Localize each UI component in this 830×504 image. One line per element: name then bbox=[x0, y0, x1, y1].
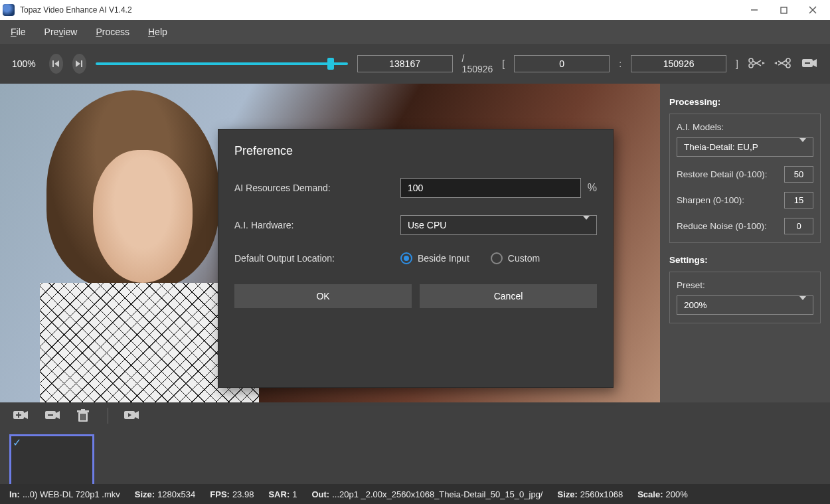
radio-custom-text: Custom bbox=[508, 253, 540, 264]
model-selected-text: Theia-Detail: EU,P bbox=[684, 142, 758, 152]
status-size1-value: 1280x534 bbox=[157, 489, 195, 499]
menu-help[interactable]: Help bbox=[148, 27, 167, 37]
right-panel: Processing: A.I. Models: Theia-Detail: E… bbox=[660, 84, 830, 402]
svg-line-16 bbox=[778, 60, 786, 65]
status-in-label: In: bbox=[9, 489, 20, 499]
svg-marker-5 bbox=[54, 60, 59, 67]
restore-detail-input[interactable] bbox=[784, 166, 813, 183]
status-size2-label: Size: bbox=[558, 489, 578, 499]
maximize-button[interactable] bbox=[769, 0, 798, 20]
radio-custom[interactable]: Custom bbox=[491, 252, 540, 264]
camera-remove-icon[interactable] bbox=[44, 408, 61, 423]
chevron-down-icon bbox=[799, 300, 806, 310]
camera-add-icon[interactable] bbox=[12, 408, 29, 423]
ai-resources-label: AI Resources Demand: bbox=[234, 183, 400, 193]
radio-beside-input[interactable]: Beside Input bbox=[400, 252, 469, 264]
svg-marker-19 bbox=[813, 59, 817, 67]
total-frames-label: / 150926 bbox=[462, 53, 493, 74]
settings-title: Settings: bbox=[669, 255, 821, 265]
status-fps-value: 23.98 bbox=[232, 489, 254, 499]
preset-select[interactable]: 200% bbox=[677, 295, 813, 315]
menu-preview[interactable]: Preview bbox=[44, 27, 78, 37]
status-sar-label: SAR: bbox=[268, 489, 290, 499]
timeline-slider[interactable] bbox=[96, 62, 348, 66]
preset-label: Preset: bbox=[677, 280, 813, 290]
models-label: A.I. Models: bbox=[677, 122, 813, 132]
skip-forward-button[interactable] bbox=[72, 54, 86, 74]
preference-dialog: Preference AI Resources Demand: % A.I. H… bbox=[218, 129, 614, 388]
range-start-input[interactable] bbox=[514, 55, 610, 72]
cut-end-icon[interactable] bbox=[774, 56, 791, 71]
window-title: Topaz Video Enhance AI V1.4.2 bbox=[20, 5, 740, 15]
camera-play-icon[interactable] bbox=[123, 408, 140, 423]
preview-action-bar bbox=[0, 402, 830, 429]
minimize-button[interactable] bbox=[740, 0, 769, 20]
ai-hardware-select[interactable]: Use CPU bbox=[400, 215, 597, 235]
status-sar-value: 1 bbox=[292, 489, 297, 499]
app-logo-icon bbox=[3, 4, 15, 16]
preview-figure bbox=[40, 97, 226, 349]
menu-process[interactable]: Process bbox=[96, 27, 129, 37]
camera-minus-icon[interactable] bbox=[801, 56, 818, 71]
check-icon: ✓ bbox=[13, 436, 21, 449]
svg-rect-4 bbox=[52, 60, 54, 67]
radio-beside-text: Beside Input bbox=[418, 253, 469, 264]
menu-file[interactable]: File bbox=[11, 27, 26, 37]
svg-point-14 bbox=[786, 64, 790, 68]
cut-start-icon[interactable] bbox=[748, 56, 765, 71]
status-size1-label: Size: bbox=[135, 489, 155, 499]
toolbar: 100% / 150926 [ : ] bbox=[0, 44, 830, 84]
ai-hardware-value: Use CPU bbox=[408, 220, 446, 230]
status-bar: In:...0) WEB-DL 720p1 .mkv Size:1280x534… bbox=[0, 484, 830, 504]
restore-detail-label: Restore Detail (0-100): bbox=[677, 169, 768, 179]
svg-rect-7 bbox=[81, 60, 82, 67]
svg-point-13 bbox=[786, 58, 790, 62]
range-end-input[interactable] bbox=[631, 55, 726, 72]
ai-resources-input[interactable] bbox=[400, 178, 581, 198]
svg-rect-32 bbox=[82, 414, 84, 420]
processing-title: Processing: bbox=[669, 97, 821, 107]
svg-line-11 bbox=[753, 60, 761, 65]
status-in-value: ...0) WEB-DL 720p1 .mkv bbox=[23, 489, 120, 499]
close-button[interactable] bbox=[798, 0, 827, 20]
thumbnail-item[interactable]: ✓ bbox=[9, 434, 94, 487]
status-size2-value: 2560x1068 bbox=[580, 489, 623, 499]
output-location-label: Default Output Location: bbox=[234, 253, 400, 264]
svg-marker-6 bbox=[76, 60, 80, 67]
svg-marker-17 bbox=[774, 62, 777, 64]
current-frame-input[interactable] bbox=[357, 55, 453, 72]
status-scale-label: Scale: bbox=[637, 489, 663, 499]
svg-rect-20 bbox=[805, 62, 810, 64]
chevron-down-icon bbox=[799, 142, 806, 152]
title-bar: Topaz Video Enhance AI V1.4.2 bbox=[0, 0, 830, 20]
sharpen-input[interactable] bbox=[784, 192, 813, 209]
slider-thumb[interactable] bbox=[327, 58, 334, 70]
radio-icon bbox=[400, 252, 412, 264]
svg-rect-30 bbox=[81, 409, 85, 411]
thumbnail-strip: ✓ bbox=[0, 429, 830, 493]
range-sep: : bbox=[619, 58, 622, 69]
radio-icon bbox=[491, 252, 503, 264]
separator bbox=[108, 408, 108, 424]
svg-marker-35 bbox=[135, 411, 139, 419]
trash-icon[interactable] bbox=[76, 408, 93, 423]
status-out-label: Out: bbox=[311, 489, 329, 499]
chevron-down-icon bbox=[583, 220, 590, 230]
sharpen-label: Sharpen (0-100): bbox=[677, 195, 744, 205]
svg-rect-24 bbox=[16, 414, 21, 416]
svg-rect-27 bbox=[48, 414, 53, 416]
model-select[interactable]: Theia-Detail: EU,P bbox=[677, 137, 813, 157]
svg-rect-1 bbox=[781, 7, 787, 13]
zoom-level[interactable]: 100% bbox=[12, 58, 36, 69]
ok-button[interactable]: OK bbox=[234, 284, 412, 308]
svg-rect-33 bbox=[84, 414, 86, 420]
cancel-button[interactable]: Cancel bbox=[420, 284, 597, 308]
menu-bar: File Preview Process Help bbox=[0, 20, 830, 44]
status-scale-value: 200% bbox=[666, 489, 688, 499]
reduce-noise-label: Reduce Noise (0-100): bbox=[677, 221, 767, 231]
reduce-noise-input[interactable] bbox=[784, 218, 813, 234]
svg-marker-12 bbox=[762, 62, 765, 64]
skip-back-button[interactable] bbox=[49, 54, 63, 74]
dialog-title: Preference bbox=[234, 144, 597, 158]
svg-line-10 bbox=[753, 61, 761, 66]
